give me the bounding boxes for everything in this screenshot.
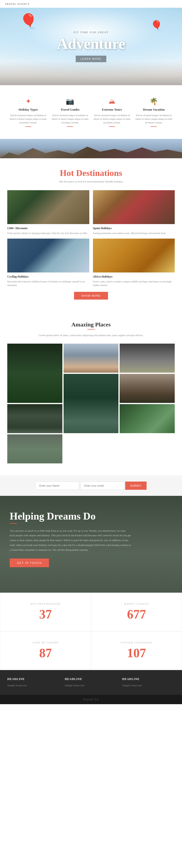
stats-section: HOT DESTINATIONS 37 HAPPY CLIENTS 677 CU… (0, 593, 182, 670)
brand-logo: TRAVEL AGENCY (5, 2, 30, 5)
get-in-touch-button[interactable]: get in touch (10, 558, 49, 567)
dest-card-africa-title: Africa Holidays (93, 275, 175, 279)
email-form: SUBMIT (0, 475, 182, 496)
feature-guides-title: Travel Guides (51, 108, 89, 112)
feature-vacation-line (151, 126, 157, 127)
stat-countries: VISITED COUNTRIES 107 (91, 631, 182, 670)
feature-holiday-line (25, 126, 31, 127)
helping-dreams-section: Helping Dreams Do You can have as much o… (0, 496, 182, 593)
vacation-icon: 🌴 (134, 97, 173, 105)
footer: Headline Sample footer text Headline Sam… (0, 670, 182, 705)
destinations-grid: £300+ Discounts From ancient cultures to… (7, 190, 175, 287)
stat-hot-value: 37 (7, 607, 83, 621)
amazing-places-section: Amazing Places Lorem ipsum dolor sit ame… (0, 309, 182, 475)
navbar: TRAVEL AGENCY (0, 0, 182, 8)
dest-card-cycling: Cycling Holidays Reawaken that long-lost… (7, 239, 89, 287)
name-input[interactable] (35, 482, 79, 490)
footer-col-1-text: Sample footer text (7, 683, 60, 688)
footer-col-2-title: Headline (65, 677, 118, 681)
show-more-button[interactable]: Show more (74, 292, 108, 300)
photo-castle (120, 374, 175, 403)
dest-card-spain-text: Soaring mountains, sun-soaked coasts, Mo… (93, 231, 175, 235)
feature-vacation-text: Sed do eiusmod tempor incididunt ut labo… (134, 114, 173, 124)
feature-extreme-line (109, 126, 115, 127)
dest-card-road-title: £300+ Discounts (7, 226, 89, 230)
dest-img-cycling (7, 239, 89, 273)
photo-mountain (63, 344, 119, 373)
email-input[interactable] (80, 482, 124, 490)
stat-coffee-label: CUPS OF COFFEE (7, 641, 83, 644)
balloon-right-icon: 🎈 (151, 20, 163, 31)
guides-icon: 📷 (51, 97, 89, 105)
hero-cta-button[interactable]: LEARN MORE (76, 56, 106, 62)
feature-vacation-title: Dream Vacation (134, 108, 173, 112)
dest-card-cycling-text: Reawaken that long-lost childhood sense … (7, 280, 89, 287)
feature-extreme-text: Sed do eiusmod tempor incididunt ut labo… (93, 114, 131, 124)
photo-grid (7, 344, 175, 463)
stat-countries-label: VISITED COUNTRIES (99, 641, 175, 644)
photo-road (120, 344, 175, 373)
stat-coffee-value: 87 (7, 646, 83, 660)
stat-hot-label: HOT DESTINATIONS (7, 602, 83, 605)
feature-guides-text: Sed do eiusmod tempor incididunt ut labo… (51, 114, 89, 124)
stat-coffee: CUPS OF COFFEE 87 (0, 631, 91, 670)
footer-col-1-title: Headline (7, 677, 60, 681)
photo-tunnel (7, 404, 62, 433)
dest-card-road: £300+ Discounts From ancient cultures to… (7, 190, 89, 235)
dest-card-spain-title: Spain Holidays (93, 226, 175, 230)
feature-guides-line (67, 126, 73, 127)
footer-col-2: Headline Sample footer text (65, 677, 118, 688)
footer-col-3: Headline Sample footer text (122, 677, 175, 688)
stat-hot-destinations: HOT DESTINATIONS 37 (0, 593, 91, 631)
amazing-divider (87, 329, 95, 330)
hot-destinations-subtitle: The first place to look for environmenta… (7, 180, 175, 183)
features-section: ✦ Holiday Types Sed do eiusmod tempor in… (0, 85, 182, 139)
photo-extra (7, 434, 62, 463)
dest-card-cycling-title: Cycling Holidays (7, 275, 89, 279)
feature-guides: 📷 Travel Guides Sed do eiusmod tempor in… (51, 97, 89, 127)
stat-happy-clients: HAPPY CLIENTS 677 (91, 593, 182, 631)
dest-card-africa: Africa Holidays Exotic soaks, elusive wo… (93, 239, 175, 287)
hero-section: 🎈 🎈 Fit Time for great Adventure LEARN M… (0, 8, 182, 85)
stat-happy-value: 677 (99, 607, 175, 621)
dest-card-spain: Spain Holidays Soaring mountains, sun-so… (93, 190, 175, 235)
feature-holiday-text: Sed do eiusmod tempor incididunt ut labo… (9, 114, 48, 124)
holiday-icon: ✦ (9, 97, 48, 105)
dest-card-road-text: From ancient cultures to amazing landsca… (7, 231, 89, 235)
feature-extreme-title: Extreme Tours (93, 108, 131, 112)
helping-title: Helping Dreams Do (10, 510, 131, 522)
mountain-panorama (0, 139, 182, 158)
photo-winding (120, 404, 175, 433)
amazing-text: Lorem ipsum dolor sit amet, consectetur … (7, 333, 175, 338)
feature-holiday-title: Holiday Types (9, 108, 48, 112)
photo-forest (7, 344, 62, 403)
dest-img-spain (93, 190, 175, 224)
amazing-title: Amazing Places (7, 321, 175, 328)
photo-waterfall (63, 374, 119, 433)
helping-text: You can have as much or as little help f… (10, 528, 131, 553)
footer-col-2-text: Sample footer text (65, 683, 118, 688)
hero-title: Adventure (57, 35, 125, 53)
helping-divider (10, 523, 17, 524)
stat-happy-label: HAPPY CLIENTS (99, 602, 175, 605)
submit-button[interactable]: SUBMIT (125, 482, 147, 490)
balloon-left-icon: 🎈 (19, 12, 37, 30)
feature-extreme: ⛰ Extreme Tours Sed do eiusmod tempor in… (93, 97, 131, 127)
dest-card-africa-text: Exotic soaks, elusive wonders, unique wi… (93, 280, 175, 287)
stat-countries-value: 107 (99, 646, 175, 660)
hero-pretitle: Fit Time for great (57, 31, 125, 34)
footer-col-3-title: Headline (122, 677, 175, 681)
hot-destinations-title: Hot Destinations (7, 168, 175, 178)
footer-brand: Travel Co (5, 698, 177, 701)
footer-col-1: Headline Sample footer text (7, 677, 60, 688)
feature-holiday: ✦ Holiday Types Sed do eiusmod tempor in… (9, 97, 48, 127)
hot-destinations-section: Hot Destinations The first place to look… (0, 139, 182, 309)
dest-img-road (7, 190, 89, 224)
footer-col-3-text: Sample footer text (122, 683, 175, 688)
feature-vacation: 🌴 Dream Vacation Sed do eiusmod tempor i… (134, 97, 173, 127)
extreme-icon: ⛰ (93, 97, 131, 105)
dest-img-africa (93, 239, 175, 273)
